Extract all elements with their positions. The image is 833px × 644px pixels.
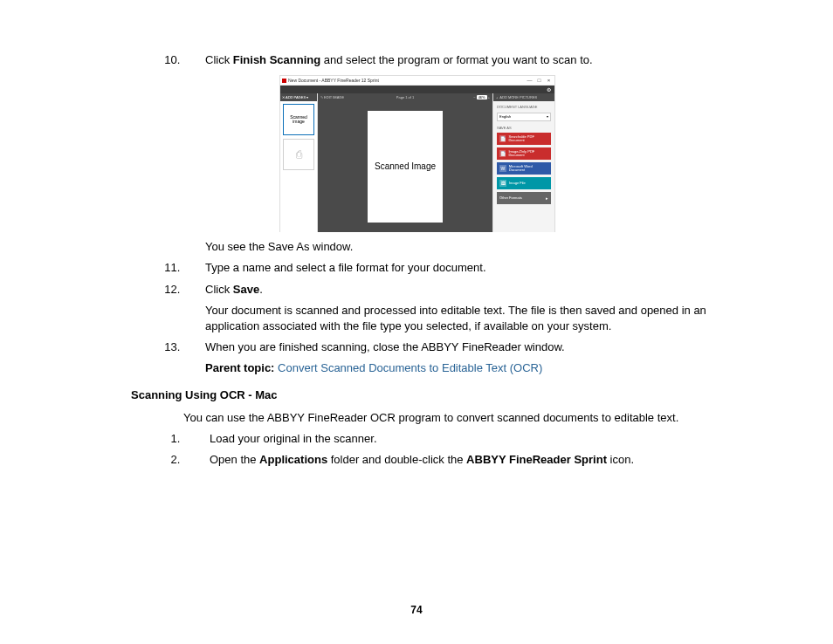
- fig-right-panel: + ADD MORE PICTURES DOCUMENT LANGUAGE En…: [492, 93, 554, 232]
- thumbnail-1: Scanned image: [283, 104, 314, 135]
- opt-image-file: 🖼 Image File: [497, 177, 551, 189]
- scanned-page: Scanned Image: [368, 111, 443, 223]
- abbyy-screenshot: New Document - ABBYY FineReader 12 Sprin…: [279, 75, 555, 232]
- parent-topic-link[interactable]: Convert Scanned Documents to Editable Te…: [278, 361, 542, 374]
- fig-center-header: ✎ EDIT IMAGE Page 1 of 1 − 46% +: [318, 93, 492, 101]
- opt-word: W Microsoft Word Document: [497, 162, 551, 175]
- fig-body: ✕ ADD PAGES ▾ Scanned image ⎙ ✎ EDIT IMA…: [280, 93, 554, 232]
- step-10-after: You see the Save As window.: [205, 239, 742, 255]
- step-12: Click Save. Your document is scanned and…: [183, 282, 742, 335]
- parent-topic: Parent topic: Convert Scanned Documents …: [205, 360, 742, 376]
- zoom-in-icon: +: [488, 95, 490, 100]
- sec2-step-2: Open the Applications folder and double-…: [183, 452, 742, 468]
- section2-steps: Load your original in the scanner. Open …: [131, 431, 742, 468]
- zoom-value: 46%: [477, 95, 487, 100]
- opt-image-pdf: 📄 Image-Only PDF Document: [497, 147, 551, 160]
- pdf-icon: 📄: [499, 135, 506, 142]
- close-icon: ×: [545, 78, 553, 84]
- pdf-icon: 📄: [499, 150, 506, 157]
- page-counter: Page 1 of 1: [396, 95, 414, 100]
- step-12-after: Your document is scanned and processed i…: [205, 303, 742, 334]
- fig-left-header: ✕ ADD PAGES ▾: [280, 93, 317, 101]
- chevron-down-icon: ▾: [547, 114, 548, 120]
- steps-continued: Click Finish Scanning and select the pro…: [131, 52, 742, 355]
- page-number: 74: [0, 603, 833, 618]
- chevron-right-icon: ▸: [546, 196, 548, 202]
- window-title: New Document - ABBYY FineReader 12 Sprin…: [288, 78, 524, 84]
- fig-titlebar: New Document - ABBYY FineReader 12 Sprin…: [280, 76, 554, 86]
- gear-icon: ⚙: [546, 86, 552, 92]
- step-11: Type a name and select a file format for…: [183, 260, 742, 276]
- lang-select: English ▾: [497, 113, 551, 121]
- section2-intro: You can use the ABBYY FineReader OCR pro…: [183, 410, 742, 426]
- step-10: Click Finish Scanning and select the pro…: [183, 52, 742, 255]
- chevron-down-icon: ▾: [306, 95, 308, 100]
- word-icon: W: [499, 165, 506, 172]
- step-13: When you are finished scanning, close th…: [183, 339, 742, 355]
- section-heading-mac: Scanning Using OCR - Mac: [131, 387, 742, 403]
- app-icon: [282, 79, 286, 83]
- fig-thumbnails: Scanned image ⎙: [280, 101, 317, 232]
- edit-image-label: ✎ EDIT IMAGE: [320, 95, 344, 100]
- fig-right-body: DOCUMENT LANGUAGE English ▾ SAVE AS 📄 Se…: [493, 101, 554, 208]
- x-icon: ✕: [282, 95, 285, 100]
- fig-center-panel: ✎ EDIT IMAGE Page 1 of 1 − 46% + Scanned…: [318, 93, 492, 232]
- maximize-icon: □: [535, 78, 543, 84]
- parent-topic-label: Parent topic:: [205, 361, 278, 374]
- lang-label: DOCUMENT LANGUAGE: [497, 105, 551, 110]
- zoom-out-icon: −: [473, 95, 475, 100]
- image-icon: 🖼: [499, 180, 506, 187]
- saveas-label: SAVE AS: [497, 126, 551, 131]
- opt-searchable-pdf: 📄 Searchable PDF Document: [497, 133, 551, 145]
- fig-menubar: ⚙: [280, 86, 554, 93]
- sec2-step-1: Load your original in the scanner.: [183, 431, 742, 447]
- page-content: Click Finish Scanning and select the pro…: [131, 52, 742, 473]
- fig-right-header: + ADD MORE PICTURES: [493, 93, 554, 101]
- fig-left-panel: ✕ ADD PAGES ▾ Scanned image ⎙: [280, 93, 318, 232]
- plus-icon: +: [496, 95, 498, 100]
- fig-page-area: Scanned Image: [318, 101, 492, 232]
- minimize-icon: —: [526, 78, 534, 84]
- opt-other: Other Formats ▸: [497, 192, 551, 204]
- thumbnail-add: ⎙: [283, 139, 314, 170]
- zoom-controls: − 46% +: [473, 95, 490, 100]
